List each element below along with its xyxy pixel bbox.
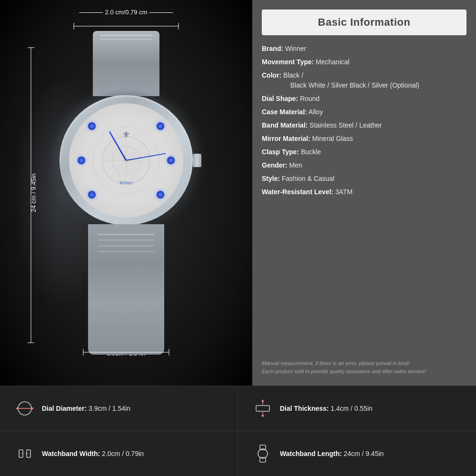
info-row-9: Style: Fashion & Casual xyxy=(262,174,466,184)
info-row-1: Movement Type: Mechanical xyxy=(262,57,466,67)
spec-text-dial-thickness: Dial Thickness: 1.4cm / 0.55in xyxy=(280,405,373,412)
info-label-2: Color: xyxy=(262,71,281,79)
minute-hand xyxy=(126,153,166,161)
info-title-box: Basic Information xyxy=(262,10,466,35)
svg-marker-29 xyxy=(261,415,264,417)
info-title: Basic Information xyxy=(318,16,410,28)
info-panel: Basic Information Brand: WinnerMovement … xyxy=(252,0,476,386)
info-row-3: Dial Shape: Round xyxy=(262,94,466,104)
watch-body: ⚜ Winner xyxy=(36,31,217,355)
info-label-4: Case Material: xyxy=(262,108,307,116)
footnote-line1: Manual measurement, if there is an error… xyxy=(262,359,466,368)
band-bottom xyxy=(88,224,164,355)
watch-crown xyxy=(193,154,201,167)
spec-icon-dial-thickness xyxy=(252,398,273,419)
watch-hands xyxy=(69,103,183,218)
spec-label-watchband-width: Watchband Width: xyxy=(42,450,100,457)
info-label-8: Gender: xyxy=(262,161,288,169)
info-row-7: Clasp Type: Buckle xyxy=(262,147,466,157)
spec-cell-watchband-width: Watchband Width: 2.0cm / 0.79in xyxy=(0,431,238,476)
spec-label-watchband-length: Watchband Length: xyxy=(280,450,342,457)
svg-rect-25 xyxy=(256,406,269,411)
svg-marker-23 xyxy=(16,407,18,410)
info-rows: Brand: WinnerMovement Type: MechanicalCo… xyxy=(262,44,466,354)
info-label-0: Brand: xyxy=(262,45,283,52)
specs-bar: Dial Diameter: 3.9cm / 1.54in Dial Thick… xyxy=(0,386,476,476)
info-row-10: Water-Resistant Level: 3ATM xyxy=(262,187,466,197)
info-footnote: Manual measurement, if there is an error… xyxy=(262,359,466,376)
info-row-6: Mirror Material: Mineral Glass xyxy=(262,134,466,144)
footnote-line2: Each product sold to provide quality ass… xyxy=(262,367,466,376)
spec-label-dial-diameter: Dial Diameter: xyxy=(42,405,87,412)
info-label-5: Band Material: xyxy=(262,121,307,129)
watch-case: ⚜ Winner xyxy=(60,95,193,226)
spec-icon-dial-diameter xyxy=(14,398,35,419)
info-label-3: Dial Shape: xyxy=(262,95,298,102)
spec-cell-dial-diameter: Dial Diameter: 3.9cm / 1.54in xyxy=(0,386,238,431)
info-row-2: Color: Black /Black White / Silver Black… xyxy=(262,70,466,90)
hour-hand xyxy=(109,131,127,160)
info-row-5: Band Material: Stainless Steel / Leather xyxy=(262,120,466,130)
dimension-top: 2.0 cm/0.79 cm xyxy=(105,9,148,16)
info-label-9: Style: xyxy=(262,175,280,182)
spec-label-dial-thickness: Dial Thickness: xyxy=(280,405,329,412)
info-row-0: Brand: Winner xyxy=(262,44,466,54)
info-label-7: Clasp Type: xyxy=(262,148,299,156)
spec-text-watchband-length: Watchband Length: 24cm / 9.45in xyxy=(280,450,384,457)
svg-marker-24 xyxy=(31,407,34,410)
svg-point-33 xyxy=(258,449,268,458)
spec-icon-watchband-width xyxy=(14,443,35,464)
info-row-8: Gender: Men xyxy=(262,160,466,170)
spec-icon-watchband-length xyxy=(252,443,273,464)
spec-text-dial-diameter: Dial Diameter: 3.9cm / 1.54in xyxy=(42,405,130,412)
info-label-1: Movement Type: xyxy=(262,58,314,66)
spec-cell-dial-thickness: Dial Thickness: 1.4cm / 0.55in xyxy=(238,386,476,431)
watch-area: 2.0 cm/0.79 cm 24 cm / 9.45in 3.9cm / 1.… xyxy=(0,0,252,386)
info-label-10: Water-Resistant Level: xyxy=(262,188,333,196)
spec-cell-watchband-length: Watchband Length: 24cm / 9.45in xyxy=(238,431,476,476)
brand-text-dial: Winner xyxy=(119,180,133,185)
info-label-6: Mirror Material: xyxy=(262,135,310,142)
watch-dial: ⚜ Winner xyxy=(69,103,183,218)
svg-marker-28 xyxy=(261,399,264,402)
spec-text-watchband-width: Watchband Width: 2.0cm / 0.79in xyxy=(42,450,144,457)
info-row-4: Case Material: Alloy xyxy=(262,107,466,117)
top-section: 2.0 cm/0.79 cm 24 cm / 9.45in 3.9cm / 1.… xyxy=(0,0,476,386)
band-top xyxy=(93,31,159,96)
page-container: 2.0 cm/0.79 cm 24 cm / 9.45in 3.9cm / 1.… xyxy=(0,0,476,476)
